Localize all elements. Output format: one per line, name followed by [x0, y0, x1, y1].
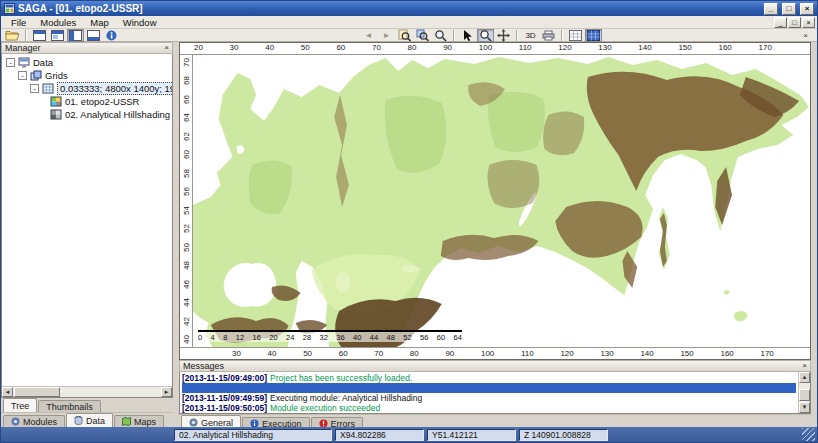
grid-system-icon	[42, 83, 54, 94]
message-row[interactable]: [2013-11-15/09:49:59] Executing module: …	[182, 393, 796, 403]
tab-maps[interactable]: Maps	[114, 415, 164, 427]
zoom-full-extent-button[interactable]	[396, 29, 413, 42]
map-ruler-top: 2030405060708090100110120130140150160170	[180, 43, 810, 55]
scroll-left-icon[interactable]: ◄	[2, 387, 13, 397]
show-data-window-button[interactable]	[49, 29, 66, 42]
show-messages-window-button[interactable]	[85, 29, 102, 42]
tab-label: Data	[86, 416, 105, 426]
collapse-icon[interactable]: -	[6, 58, 15, 67]
ruler-label: 90	[443, 43, 452, 53]
status-active-layer: 02. Analytical Hillshading	[174, 429, 332, 441]
tree-label: Grids	[45, 70, 68, 81]
ruler-label: 48	[181, 261, 192, 270]
main-area: Manager × - Data - Grids - 0.033333; 480	[1, 42, 817, 427]
tree-item-layer-hillshading[interactable]: 02. Analytical Hillshading	[4, 108, 172, 121]
mdi-minimize-button[interactable]: _	[774, 17, 787, 28]
mini-window-icon	[87, 30, 100, 41]
map-canvas[interactable]: 0481216202428323640444852566064	[193, 55, 810, 347]
messages-scrollbar[interactable]: ▲ ▼	[798, 372, 810, 413]
show-extent-button[interactable]	[567, 29, 584, 42]
pan-tool-button[interactable]	[495, 29, 512, 42]
zoom-tool-button[interactable]	[477, 29, 494, 42]
show-3d-view-button[interactable]: 3D	[522, 29, 539, 42]
ruler-label: 170	[758, 43, 771, 53]
message-time: [2013-11-15/09:49:59]	[182, 393, 267, 403]
ruler-label: 46	[181, 280, 192, 289]
tree-item-data[interactable]: - Data	[4, 56, 172, 69]
message-time: [2013-11-15/09:50:05]	[182, 403, 267, 413]
tab-modules[interactable]: Modules	[3, 415, 65, 427]
tree-label: 01. etopo2-USSR	[65, 96, 139, 107]
zoom-selection-button[interactable]	[432, 29, 449, 42]
pointer-tool-button[interactable]	[459, 29, 476, 42]
scalebar-label: 20	[269, 333, 277, 342]
minimize-button[interactable]: _	[764, 3, 778, 15]
toolbar-close-button[interactable]: ×	[797, 29, 814, 42]
tree-horizontal-scrollbar[interactable]: ◄ ►	[2, 386, 172, 397]
open-project-button[interactable]	[4, 29, 21, 42]
ruler-label: 120	[560, 349, 573, 359]
toolbar: ◄ ► 3D ×	[1, 29, 817, 42]
scroll-down-icon[interactable]: ▼	[799, 402, 810, 413]
grid-layer-icon	[50, 109, 62, 120]
magnifier-icon	[434, 29, 447, 42]
scroll-right-icon[interactable]: ►	[161, 387, 172, 397]
tree-item-layer-etopo[interactable]: 01. etopo2-USSR	[4, 95, 172, 108]
tab-label: Modules	[23, 417, 57, 427]
collapse-icon[interactable]: -	[18, 71, 27, 80]
menu-map[interactable]: Map	[83, 17, 115, 28]
menu-modules[interactable]: Modules	[33, 17, 83, 28]
zoom-next-button[interactable]: ►	[378, 29, 395, 42]
zoom-active-layer-button[interactable]	[414, 29, 431, 42]
maximize-button[interactable]: □	[782, 3, 796, 15]
graticule-toggle-button[interactable]	[585, 29, 602, 42]
messages-title: Messages	[183, 361, 224, 371]
tree-item-grid-system[interactable]: - 0.033333; 4800x 1400y; 19.66467x 35.16…	[4, 82, 172, 95]
map-blue-icon	[587, 30, 600, 41]
menu-window[interactable]: Window	[116, 17, 164, 28]
help-button[interactable]	[103, 29, 120, 42]
print-map-button[interactable]	[540, 29, 557, 42]
scalebar-label: 32	[319, 333, 327, 342]
message-row[interactable]: [2013-11-15/09:49:00] Project has been s…	[182, 373, 796, 383]
tab-thumbnails[interactable]: Thumbnails	[38, 400, 101, 412]
scroll-up-icon[interactable]: ▲	[799, 372, 810, 383]
tree-label: 02. Analytical Hillshading	[65, 109, 170, 120]
zoom-last-button[interactable]: ◄	[360, 29, 377, 42]
scalebar-label: 60	[437, 333, 445, 342]
modules-icon	[11, 417, 20, 426]
messages-body: [2013-11-15/09:49:00] Project has been s…	[179, 372, 811, 414]
manager-close-icon[interactable]: ×	[164, 44, 169, 52]
ruler-label: 90	[445, 349, 454, 359]
mdi-restore-button[interactable]: □	[788, 17, 801, 28]
open-folder-icon	[5, 30, 20, 41]
message-text: Executing module: Analytical Hillshading	[270, 393, 422, 403]
ruler-label: 80	[408, 43, 417, 53]
show-modules-window-button[interactable]	[31, 29, 48, 42]
toolbar-separator	[25, 30, 27, 41]
message-row[interactable]: [2013-11-15/09:50:05] Module execution s…	[182, 403, 796, 413]
tree-item-grids[interactable]: - Grids	[4, 69, 172, 82]
magnifier-page-icon	[398, 29, 411, 42]
menu-file[interactable]: File	[4, 17, 33, 28]
tab-tree[interactable]: Tree	[3, 398, 37, 412]
collapse-icon[interactable]: -	[30, 84, 39, 93]
mdi-close-button[interactable]: ×	[802, 17, 815, 28]
scalebar-label: 24	[286, 333, 294, 342]
messages-close-icon[interactable]: ×	[802, 362, 807, 370]
arrow-cursor-icon	[462, 29, 473, 42]
ruler-label: 160	[720, 349, 733, 359]
messages-header: Messages ×	[179, 360, 811, 372]
message-text: Module execution succeeded	[270, 403, 380, 413]
magnifier-layer-icon	[416, 29, 429, 42]
scrollbar-thumb[interactable]	[799, 389, 810, 401]
message-text: Project has been successfully loaded.	[270, 373, 412, 383]
ruler-label: 60	[339, 349, 348, 359]
selected-message-row[interactable]	[182, 383, 796, 393]
mini-window-icon	[33, 30, 46, 41]
scrollbar-thumb[interactable]	[14, 387, 60, 397]
show-manager-window-button[interactable]	[67, 29, 84, 42]
tab-data[interactable]: Data	[66, 413, 113, 427]
close-button[interactable]: ×	[800, 3, 814, 15]
resize-grip[interactable]	[802, 428, 815, 441]
